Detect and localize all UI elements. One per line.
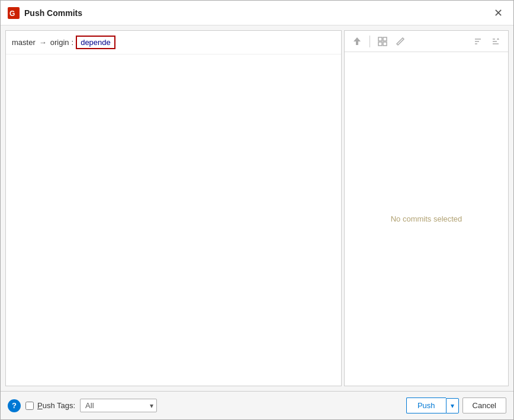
sort-desc-button[interactable] [488, 35, 503, 48]
tags-select[interactable]: All [80, 399, 157, 412]
separator-1 [370, 36, 370, 47]
colon: : [72, 38, 74, 47]
help-icon: ? [8, 399, 21, 412]
grid-icon [378, 37, 387, 46]
push-tags-text: ush Tags: [43, 401, 75, 410]
branch-arrow: → [39, 38, 47, 47]
branch-header: master → origin : depende [6, 31, 341, 54]
close-button[interactable]: ✕ [490, 5, 506, 21]
edit-button[interactable] [393, 35, 408, 48]
remote-name: origin [50, 38, 69, 47]
grid-button[interactable] [375, 35, 390, 48]
dialog-title: Push Commits [24, 8, 82, 18]
bottom-bar: ? Push Tags: All Push ▾ Cancel [1, 391, 513, 419]
left-panel: master → origin : depende [5, 30, 342, 386]
app-icon: G [8, 7, 20, 19]
push-commits-dialog: G Push Commits ✕ master → origin : depen… [0, 0, 514, 420]
bottom-right-buttons: Push ▾ Cancel [406, 397, 506, 413]
sort-asc-button[interactable] [470, 35, 486, 48]
no-commits-message: No commits selected [345, 52, 508, 386]
edit-icon [396, 37, 405, 46]
tags-dropdown: All [80, 399, 157, 412]
push-toolbar-button[interactable] [349, 35, 365, 48]
dest-branch[interactable]: depende [76, 36, 115, 49]
svg-rect-3 [378, 37, 382, 41]
help-button[interactable]: ? [8, 399, 21, 412]
push-button[interactable]: Push [406, 397, 446, 413]
push-tags-label[interactable]: Push Tags: [37, 401, 75, 410]
push-tags-section: Push Tags: [25, 401, 75, 410]
right-toolbar [345, 31, 508, 52]
cancel-button[interactable]: Cancel [462, 397, 506, 413]
sort-desc-icon [491, 37, 500, 46]
commits-list [6, 54, 341, 386]
push-tags-checkbox[interactable] [25, 402, 34, 410]
svg-rect-5 [378, 42, 382, 46]
svg-rect-6 [383, 42, 387, 46]
svg-rect-4 [383, 37, 387, 41]
push-dropdown-arrow: ▾ [451, 402, 454, 410]
source-branch: master [12, 38, 36, 47]
svg-marker-2 [354, 37, 361, 45]
select-wrapper: All [80, 399, 157, 412]
right-panel: No commits selected [344, 30, 509, 386]
push-icon [352, 37, 362, 46]
no-commits-text: No commits selected [391, 214, 462, 223]
content-area: master → origin : depende [1, 25, 513, 391]
title-bar: G Push Commits ✕ [1, 1, 513, 25]
push-dropdown-button[interactable]: ▾ [446, 398, 459, 413]
svg-text:G: G [9, 9, 15, 18]
title-bar-left: G Push Commits [8, 7, 82, 19]
sort-asc-icon [473, 37, 483, 46]
